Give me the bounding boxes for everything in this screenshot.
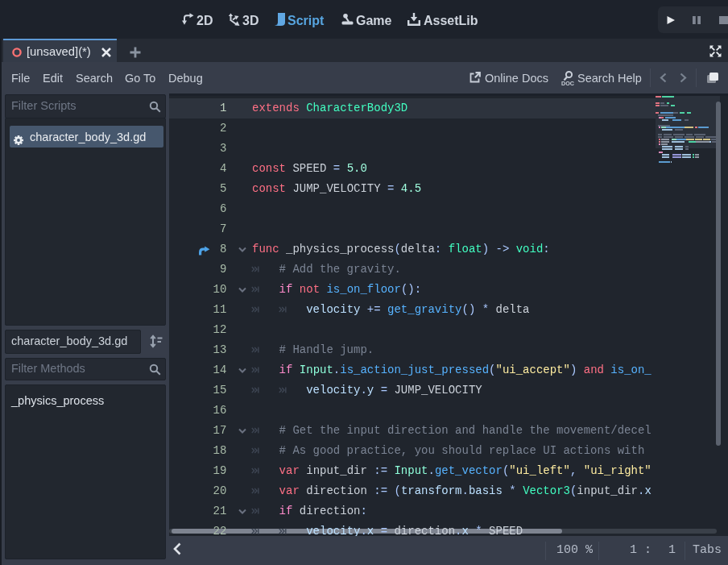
svg-text:DOC: DOC xyxy=(561,80,574,86)
